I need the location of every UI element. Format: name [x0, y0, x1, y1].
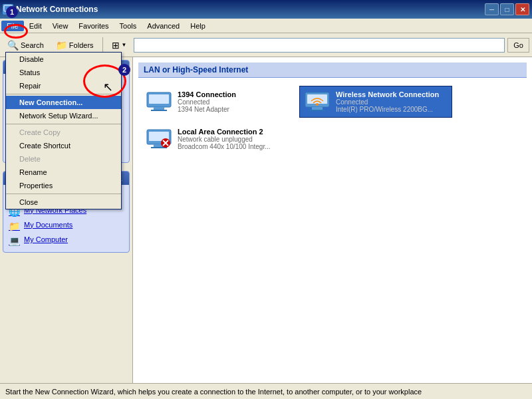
address-dropdown[interactable]	[134, 38, 505, 53]
connection-lan2[interactable]: Local Area Connection 2 Network cable un…	[141, 123, 294, 155]
menu-delete: Delete	[6, 152, 121, 166]
menu-help[interactable]: Help	[185, 21, 211, 31]
connection-1394-icon	[146, 91, 172, 112]
menu-file[interactable]: File	[1, 21, 24, 31]
window-title: Network Connections	[16, 5, 485, 14]
connection-lan2-icon	[146, 128, 172, 150]
connections-grid: 1394 Connection Connected 1394 Net Adapt…	[138, 83, 527, 158]
address-bar: Go	[134, 38, 529, 53]
svg-rect-10	[309, 110, 325, 111]
my-computer-link[interactable]: 💻 My Computer	[6, 233, 126, 248]
status-text: Start the New Connection Wizard, which h…	[5, 388, 422, 396]
annotation-number-1: 1	[6, 6, 18, 18]
my-documents-link[interactable]: 📁 My Documents	[6, 219, 126, 233]
menu-view[interactable]: View	[47, 21, 74, 31]
chevron-down-icon: ▼	[122, 42, 127, 48]
separator-2	[6, 124, 121, 124]
annotation-number-2: 2	[118, 64, 130, 76]
status-bar: Start the New Connection Wizard, which h…	[0, 383, 532, 399]
menu-bar: File Edit View Favorites Tools Advanced …	[0, 19, 532, 33]
menu-properties[interactable]: Properties	[6, 179, 121, 192]
menu-tools[interactable]: Tools	[114, 21, 142, 31]
svg-rect-8	[307, 94, 327, 104]
search-button[interactable]: 🔍 Search	[3, 37, 49, 53]
view-icon: ⊞	[112, 40, 120, 51]
menu-network-setup[interactable]: Network Setup Wizard...	[6, 109, 121, 122]
search-icon: 🔍	[7, 40, 19, 51]
svg-rect-9	[312, 107, 323, 110]
menu-rename[interactable]: Rename	[6, 166, 121, 179]
folders-button[interactable]: 📁 Folders	[51, 37, 98, 53]
menu-advanced[interactable]: Advanced	[142, 21, 185, 31]
svg-rect-5	[154, 107, 164, 110]
connection-1394[interactable]: 1394 Connection Connected 1394 Net Adapt…	[141, 86, 294, 118]
title-bar: Network Connections ─ □ ✕	[0, 0, 532, 19]
minimize-button[interactable]: ─	[485, 3, 499, 15]
connection-wireless-info: Wireless Network Connection Connected In…	[336, 90, 448, 113]
maximize-button[interactable]: □	[500, 3, 514, 15]
separator-1	[6, 94, 121, 94]
menu-close[interactable]: Close	[6, 196, 121, 209]
my-computer-icon: 💻	[9, 235, 20, 247]
file-menu-dropdown: Disable Status Repair New Connection... …	[5, 52, 122, 209]
view-options-button[interactable]: ⊞ ▼	[107, 37, 132, 53]
content-area: LAN or High-Speed Internet 1394 Connecti…	[133, 57, 532, 383]
go-button[interactable]: Go	[507, 38, 529, 53]
menu-repair[interactable]: Repair	[6, 79, 121, 92]
connection-lan2-info: Local Area Connection 2 Network cable un…	[178, 128, 289, 150]
toolbar-separator	[102, 37, 103, 53]
menu-favorites[interactable]: Favorites	[73, 21, 114, 31]
menu-status[interactable]: Status	[6, 66, 121, 79]
svg-point-11	[316, 103, 319, 106]
menu-edit[interactable]: Edit	[24, 21, 47, 31]
my-documents-icon: 📁	[9, 220, 20, 232]
section-header: LAN or High-Speed Internet	[138, 63, 527, 78]
svg-rect-4	[149, 94, 169, 104]
menu-new-connection[interactable]: New Connection...	[6, 96, 121, 109]
separator-3	[6, 194, 121, 194]
menu-disable[interactable]: Disable	[6, 53, 121, 66]
menu-create-shortcut[interactable]: Create Shortcut	[6, 139, 121, 152]
folders-icon: 📁	[56, 40, 67, 51]
connection-1394-info: 1394 Connection Connected 1394 Net Adapt…	[178, 90, 289, 113]
connection-wireless[interactable]: Wireless Network Connection Connected In…	[299, 86, 452, 118]
connection-wireless-icon	[304, 91, 331, 112]
svg-rect-6	[151, 110, 167, 111]
close-button[interactable]: ✕	[515, 3, 529, 15]
menu-create-copy: Create Copy	[6, 126, 121, 139]
window-controls: ─ □ ✕	[485, 3, 529, 15]
